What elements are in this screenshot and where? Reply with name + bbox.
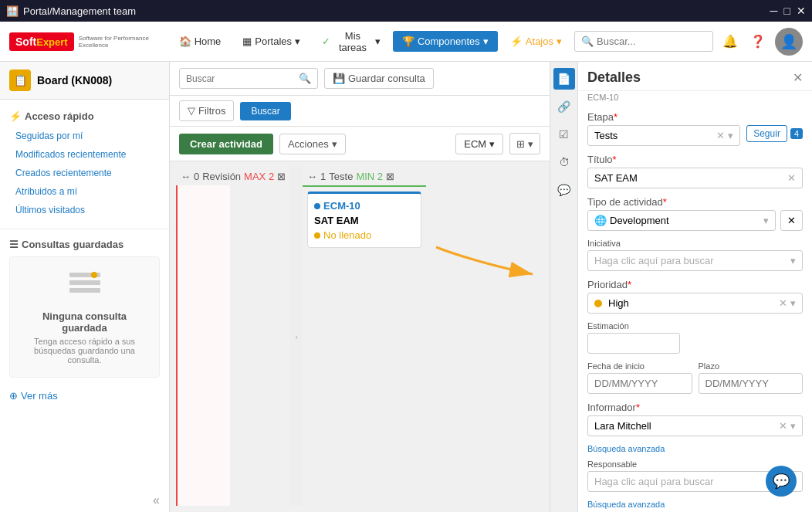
list-icon: ☰ [9,239,19,250]
prioridad-dropdown-icon[interactable]: ▾ [790,297,796,309]
panel-icon-clock[interactable]: ⏱ [553,151,575,173]
seguir-badge: 4 [790,128,803,139]
sidebar-item-atribuidos[interactable]: Atribuidos a mí [0,182,169,201]
ver-mas-button[interactable]: ⊕ Ver más [0,384,169,408]
titulo-control[interactable]: SAT EAM ✕ [587,168,803,188]
plazo-field: Plazo [699,361,804,394]
svg-point-3 [91,272,97,278]
prioridad-label: Prioridad* [587,279,803,290]
panel-close-button[interactable]: ✕ [793,70,803,85]
view-toggle-button[interactable]: ⊞ ▾ [509,133,540,154]
teste-column-area: ↔ 1 Teste MIN 2 ⊠ ECM-10 SA [303,168,426,506]
board-toolbar-row2: ▽ Filtros Buscar [170,96,550,127]
plazo-input[interactable] [699,373,804,394]
saved-queries-title: ☰ Consultas guardadas [9,239,160,250]
window-title: 🪟 Portal/Management team [6,5,136,17]
crear-actividad-button[interactable]: Crear actividad [179,134,273,154]
sidebar-item-ultimos[interactable]: Últimos visitados [0,201,169,219]
prioridad-field: Prioridad* High ✕ ▾ [587,279,803,314]
board-search-input[interactable] [186,73,296,84]
tipo-control[interactable]: 🌐 Development ▾ [587,210,776,231]
teste-min: MIN 2 [356,171,383,182]
titulo-clear-icon[interactable]: ✕ [787,172,796,184]
tipo-dropdown-icon[interactable]: ▾ [763,215,769,226]
rapid-access-title: ⚡ Acceso rápido [0,106,169,127]
sidebar-item-modificados[interactable]: Modificados recientemente [0,145,169,164]
panel-title: Detalles [587,70,641,86]
priority-dot [594,300,602,307]
search-button[interactable]: Buscar [240,102,290,120]
etapa-dropdown-icon[interactable]: ▾ [728,130,733,141]
top-nav: SoftExpert Software for Performance Exce… [0,22,812,62]
teste-col-header: ↔ 1 Teste MIN 2 ⊠ [303,168,426,185]
estimacion-field: Estimación [587,321,803,354]
global-search-box[interactable]: 🔍 [574,31,713,52]
acciones-button[interactable]: Acciones ▾ [279,134,346,154]
sidebar-item-seguidas[interactable]: Seguidas por mí [0,127,169,145]
teste-col-body: ECM-10 SAT EAM No llenado [303,185,426,257]
informador-clear-icon[interactable]: ✕ [779,420,787,432]
portales-dropdown-icon: ▾ [295,36,300,47]
busqueda-avanzada-responsable[interactable]: Búsqueda avanzada [587,500,803,509]
board-search-box[interactable]: 🔍 [179,68,318,89]
fecha-inicio-label: Fecha de inicio [587,361,692,371]
help-button[interactable]: ❓ [747,31,769,53]
ecm10-card[interactable]: ECM-10 SAT EAM No llenado [307,192,421,248]
minimize-btn[interactable]: ─ [770,5,778,17]
logo-text: SoftExpert [15,36,68,48]
seguir-button[interactable]: Seguir [746,125,787,142]
ecm-dropdown-button[interactable]: ECM ▾ [455,134,503,154]
iniciativa-label: Iniciativa [587,239,803,248]
nav-componentes[interactable]: 🏆 Componentes ▾ [393,31,498,52]
close-btn[interactable]: ✕ [797,5,806,17]
panel-icon-check[interactable]: ☑ [553,124,575,145]
trophy-icon: 🏆 [402,36,414,47]
filters-button[interactable]: ▽ Filtros [179,100,234,121]
board-columns: ↔ 0 Revisión MAX 2 ⊠ › ↔ [170,161,550,512]
nav-atajos[interactable]: ⚡ Atajos ▾ [501,31,571,52]
busqueda-avanzada-informador[interactable]: Búsqueda avanzada [587,444,803,453]
revision-max: MAX 2 [244,171,274,182]
content-area: 🔍 💾 Guardar consulta ▽ Filtros Buscar Cr… [170,62,812,512]
informador-dropdown-icon[interactable]: ▾ [790,420,796,432]
sidebar-footer: « [0,489,169,512]
board-search-icon[interactable]: 🔍 [299,73,311,84]
notification-bell[interactable]: 🔔 [719,31,741,53]
etapa-clear-icon[interactable]: ✕ [716,130,725,141]
etapa-control[interactable]: Tests ✕ ▾ [587,125,740,146]
maximize-btn[interactable]: □ [784,5,790,17]
nav-search-area: 🔍 🔔 ❓ 👤 [574,28,803,56]
window-controls[interactable]: ─ □ ✕ [770,5,806,17]
tipo-action-button[interactable]: ✕ [780,210,803,231]
col-divider[interactable]: › [290,168,303,506]
user-avatar[interactable]: 👤 [775,28,803,56]
sidebar-header: 📋 Board (KN008) [0,62,169,100]
no-queries-icon [22,270,147,306]
seguir-area: Seguir 4 [746,125,803,142]
iniciativa-dropdown-icon[interactable]: ▾ [790,255,796,266]
panel-icon-document[interactable]: 📄 [553,68,575,90]
collapse-teste-icon[interactable]: ⊠ [386,171,394,182]
save-query-button[interactable]: 💾 Guardar consulta [324,68,434,89]
estimacion-input[interactable] [587,333,680,354]
etapa-field: Etapa* Tests ✕ ▾ [587,111,740,146]
nav-portales[interactable]: ▦ Portales ▾ [233,31,310,52]
prioridad-control[interactable]: High ✕ ▾ [587,293,803,314]
logo: SoftExpert Software for Performance Exce… [9,32,161,51]
informador-control[interactable]: Lara Mitchell ✕ ▾ [587,415,803,436]
logo-box: SoftExpert [9,32,74,51]
iniciativa-control[interactable]: Haga clic aquí para buscar ▾ [587,250,803,271]
panel-icon-chat[interactable]: 💬 [553,179,575,201]
nav-mis-tareas[interactable]: ✓ Mis tareas ▾ [313,25,390,58]
svg-rect-2 [69,288,100,293]
panel-icon-link[interactable]: 🔗 [553,96,575,117]
panel-record-id: ECM-10 [578,91,812,103]
fecha-inicio-input[interactable] [587,373,692,394]
chat-bubble-button[interactable]: 💬 [766,466,797,497]
sidebar-item-creados[interactable]: Creados recientemente [0,164,169,182]
global-search-input[interactable] [597,36,706,47]
nav-home[interactable]: 🏠 Home [170,31,231,52]
collapse-col-icon[interactable]: ⊠ [277,171,286,182]
collapse-sidebar-button[interactable]: « [153,493,160,507]
prioridad-clear-icon[interactable]: ✕ [779,297,787,309]
